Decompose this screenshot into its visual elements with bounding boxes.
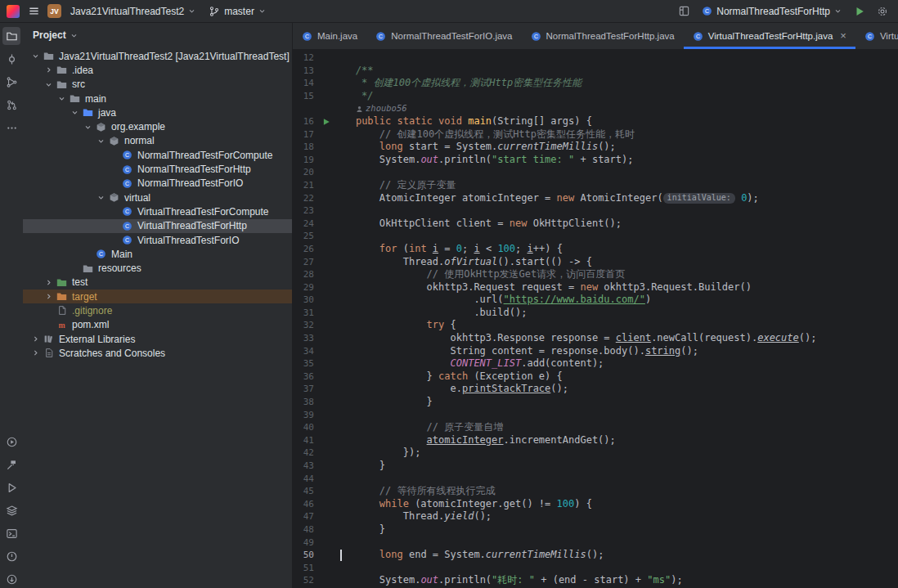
code-line-33[interactable]: 33 okhttp3.Response response = client.ne… xyxy=(293,332,898,345)
code-line-41[interactable]: 41 atomicInteger.incrementAndGet(); xyxy=(293,434,898,447)
terminal-tool-icon[interactable] xyxy=(2,524,20,542)
pull-requests-tool-icon[interactable] xyxy=(2,96,20,114)
code-line-12[interactable]: 12 xyxy=(293,52,898,65)
code-line-21[interactable]: 21 // 定义原子变量 xyxy=(293,179,898,192)
code-line-31[interactable]: 31 .build(); xyxy=(293,307,898,320)
tree-toggle-icon[interactable] xyxy=(56,95,68,102)
tree-item-normalthreadtestforio[interactable]: CNormalThreadTestForIO xyxy=(23,177,292,191)
tree-toggle-icon[interactable] xyxy=(82,123,94,131)
tree-item-src[interactable]: src xyxy=(23,78,292,92)
tree-item-external-libraries[interactable]: External Libraries xyxy=(23,332,292,346)
code-line-17[interactable]: 17 // 创建100个虚拟线程，测试Http密集型任务性能，耗时 xyxy=(293,128,898,141)
project-panel-header[interactable]: Project xyxy=(23,23,292,47)
run-config-selector[interactable]: CNormalThreadTestForHttp xyxy=(698,4,846,19)
code-line-13[interactable]: 13 /** xyxy=(293,65,898,78)
run-gutter-icon[interactable] xyxy=(321,118,332,126)
code-line-46[interactable]: 46 while (atomicInteger.get() != 100) { xyxy=(293,498,898,511)
code-line-50[interactable]: 50 long end = System.currentTimeMillis()… xyxy=(293,549,898,562)
tree-toggle-icon[interactable] xyxy=(29,52,42,60)
code-line-26[interactable]: 26 for (int i = 0; i < 100; i++) { xyxy=(293,243,898,256)
code-line-49[interactable]: 49 xyxy=(293,536,898,550)
code-line-25[interactable]: 25 xyxy=(293,230,898,243)
tree-toggle-icon[interactable] xyxy=(29,349,42,357)
tree-item-gitignore[interactable]: .gitignore xyxy=(23,303,292,317)
hamburger-menu-icon[interactable] xyxy=(25,2,43,20)
build-tool-icon[interactable] xyxy=(2,456,20,474)
tool-windows-icon[interactable] xyxy=(675,2,693,20)
code-line-29[interactable]: 29 okhttp3.Request request = new okhttp3… xyxy=(293,281,898,294)
code-line-14[interactable]: 14 * 创建100个虚拟线程，测试Http密集型任务性能 xyxy=(293,77,898,90)
code-line-38[interactable]: 38 } xyxy=(293,396,898,409)
branch-selector[interactable]: master xyxy=(204,4,270,19)
code-line-30[interactable]: 30 .url("https://www.baidu.com/") xyxy=(293,294,898,307)
run-dashboard-icon[interactable] xyxy=(2,433,20,451)
tree-item-normalthreadtestforcompute[interactable]: CNormalThreadTestForCompute xyxy=(23,148,292,162)
project-panel-chevron-icon[interactable] xyxy=(70,32,78,39)
tree-toggle-icon[interactable] xyxy=(95,194,107,201)
tab-virtualthreadtestforhttp-java[interactable]: CVirtualThreadTestForHttp.java× xyxy=(684,23,855,49)
tree-item-resources[interactable]: resources xyxy=(23,261,292,275)
code-line-27[interactable]: 27 Thread.ofVirtual().start(() -> { xyxy=(293,256,898,269)
tree-item-idea[interactable]: .idea xyxy=(23,63,292,77)
code-line-51[interactable]: 51 xyxy=(293,562,898,575)
code-line-19[interactable]: 19 System.out.println("start time: " + s… xyxy=(293,154,898,167)
tree-item-virtualthreadtestforcompute[interactable]: CVirtualThreadTestForCompute xyxy=(23,204,292,218)
code-line-40[interactable]: 40 // 原子变量自增 xyxy=(293,421,898,434)
code-line-37[interactable]: 37 e.printStackTrace(); xyxy=(293,383,898,396)
close-tab-icon[interactable]: × xyxy=(840,32,846,40)
tree-item-normalthreadtestforhttp[interactable]: CNormalThreadTestForHttp xyxy=(23,162,292,176)
run-tool-icon[interactable] xyxy=(2,478,20,496)
tab-main-java[interactable]: CMain.java xyxy=(293,23,366,49)
code-line-45[interactable]: 45 // 等待所有线程执行完成 xyxy=(293,485,898,498)
code-line-32[interactable]: 32 try { xyxy=(293,319,898,332)
tree-item-test[interactable]: test xyxy=(23,276,292,290)
code-line-15[interactable]: 15 */ xyxy=(293,90,898,103)
tree-item-org-example[interactable]: org.example xyxy=(23,119,292,133)
tree-item-main[interactable]: main xyxy=(23,92,292,105)
code-line-18[interactable]: 18 long start = System.currentTimeMillis… xyxy=(293,141,898,154)
tree-toggle-icon[interactable] xyxy=(69,109,81,116)
tree-item-pom-xml[interactable]: mpom.xml xyxy=(23,318,292,332)
structure-tool-icon[interactable] xyxy=(2,73,20,91)
code-line-16[interactable]: 16 public static void main(String[] args… xyxy=(293,115,898,128)
tree-item-scratches-and-consoles[interactable]: Scratches and Consoles xyxy=(23,346,292,360)
code-line-28[interactable]: 28 // 使用OkHttp发送Get请求，访问百度首页 xyxy=(293,268,898,281)
version-control-tool-icon[interactable] xyxy=(2,570,20,588)
code-line-43[interactable]: 43 } xyxy=(293,460,898,473)
services-tool-icon[interactable] xyxy=(2,501,20,519)
code-line-47[interactable]: 47 Thread.yield(); xyxy=(293,510,898,523)
tree-toggle-icon[interactable] xyxy=(43,279,55,286)
code-line-34[interactable]: 34 String content = response.body().stri… xyxy=(293,345,898,358)
code-line-22[interactable]: 22 AtomicInteger atomicInteger = new Ato… xyxy=(293,192,898,205)
code-line-35[interactable]: 35 CONTENT_LIST.add(content); xyxy=(293,357,898,370)
author-inlay[interactable]: zhoubo56 xyxy=(332,102,407,115)
commit-tool-icon[interactable] xyxy=(2,50,20,68)
tree-item-virtual[interactable]: virtual xyxy=(23,191,292,204)
tree-toggle-icon[interactable] xyxy=(29,335,42,343)
code-line-23[interactable]: 23 xyxy=(293,204,898,218)
tree-item-normal[interactable]: normal xyxy=(23,134,292,148)
tree-item-java21virtualthreadtest2-java21virtualthreadtest[interactable]: Java21VirtualThreadTest2 [Java21VirtualT… xyxy=(23,49,292,63)
code-line-44[interactable]: 44 xyxy=(293,473,898,486)
tree-item-main[interactable]: CMain xyxy=(23,247,292,261)
tab-normalthreadtestforhttp-java[interactable]: CNormalThreadTestForHttp.java xyxy=(522,23,684,49)
project-tool-icon[interactable] xyxy=(2,27,20,45)
code-line-24[interactable]: 24 OkHttpClient client = new OkHttpClien… xyxy=(293,218,898,231)
code-line-36[interactable]: 36 } catch (Exception e) { xyxy=(293,370,898,384)
code-line-52[interactable]: 52 System.out.println("耗时: " + (end - st… xyxy=(293,574,898,587)
problems-tool-icon[interactable] xyxy=(2,547,20,565)
more-tools-icon[interactable] xyxy=(2,119,20,137)
code-line-20[interactable]: 20 xyxy=(293,166,898,179)
code-line-39[interactable]: 39 xyxy=(293,409,898,422)
tree-toggle-icon[interactable] xyxy=(43,81,55,88)
editor-content[interactable]: 1213 /**14 * 创建100个虚拟线程，测试Http密集型任务性能15 … xyxy=(293,50,898,588)
tree-item-java[interactable]: java xyxy=(23,105,292,119)
tree-item-virtualthreadtestforio[interactable]: CVirtualThreadTestForIO xyxy=(23,233,292,247)
settings-icon[interactable] xyxy=(873,2,891,20)
tree-item-target[interactable]: target xyxy=(23,290,292,303)
tab-virtualthreadtestforio-java[interactable]: CVirtualThreadTestForIO.java xyxy=(855,23,898,49)
tree-toggle-icon[interactable] xyxy=(43,293,55,300)
code-line-48[interactable]: 48 } xyxy=(293,523,898,536)
tab-normalthreadtestforio-java[interactable]: CNormalThreadTestForIO.java xyxy=(366,23,521,49)
tree-item-virtualthreadtestforhttp[interactable]: CVirtualThreadTestForHttp xyxy=(23,219,292,233)
